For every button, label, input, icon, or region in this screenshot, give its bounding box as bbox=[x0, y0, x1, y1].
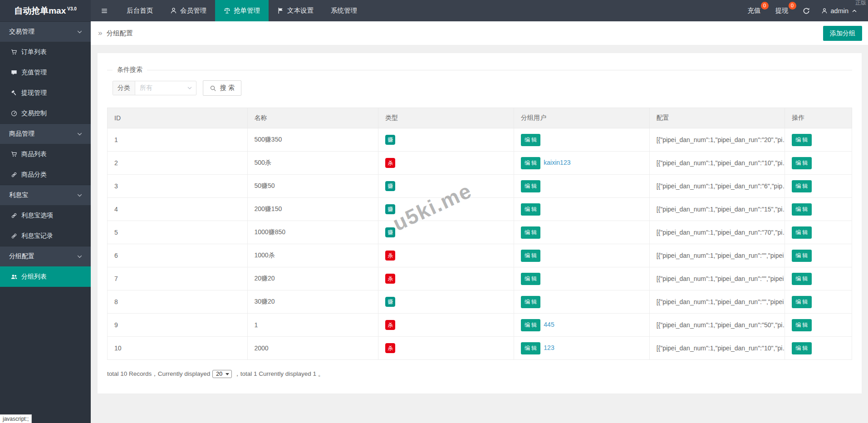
hamburger-icon[interactable] bbox=[91, 0, 118, 21]
cell-type: 赚 bbox=[378, 221, 514, 244]
group-edit-button[interactable]: 编 辑 bbox=[521, 180, 540, 192]
cell-type: 赚 bbox=[378, 128, 514, 152]
row-edit-button[interactable]: 编 辑 bbox=[792, 250, 811, 262]
group-edit-button[interactable]: 编 辑 bbox=[521, 273, 540, 285]
nav-recharge[interactable]: 充值 0 bbox=[740, 0, 768, 21]
group-edit-button[interactable]: 编 辑 bbox=[521, 342, 540, 354]
group-edit-button[interactable]: 编 辑 bbox=[521, 319, 540, 331]
sidebar-group-products[interactable]: 商品管理 bbox=[0, 123, 91, 144]
category-select[interactable]: 所有 bbox=[135, 81, 196, 95]
cell-type: 杀 bbox=[378, 314, 514, 337]
group-user-link[interactable]: 445 bbox=[544, 321, 554, 328]
row-edit-button[interactable]: 编 辑 bbox=[792, 157, 811, 169]
groups-table: ID 名称 类型 分组用户 配置 操作 1 500赚350 赚 编 辑 [{"p bbox=[107, 108, 852, 360]
panel: 条件搜索 分类 所有 搜 索 bbox=[98, 53, 862, 393]
sidebar-item-interest-records[interactable]: 利息宝记录 bbox=[0, 226, 91, 246]
nav-item-members[interactable]: 会员管理 bbox=[162, 0, 215, 21]
page-size-select[interactable]: 20 bbox=[212, 370, 232, 378]
chevron-down-icon bbox=[77, 131, 83, 137]
cell-type: 赚 bbox=[378, 198, 514, 221]
comment-icon bbox=[11, 69, 17, 76]
group-edit-button[interactable]: 编 辑 bbox=[521, 203, 540, 216]
sidebar-item-group-list[interactable]: 分组列表 bbox=[0, 266, 91, 287]
type-badge: 杀 bbox=[385, 343, 395, 353]
breadcrumb-bar: » 分组配置 添加分组 bbox=[91, 21, 868, 45]
type-badge: 杀 bbox=[385, 251, 395, 261]
cell-name: 20赚20 bbox=[247, 267, 378, 290]
cell-config: [{"pipei_dan_num":1,"pipei_dan_run":"50"… bbox=[649, 314, 785, 337]
row-edit-button[interactable]: 编 辑 bbox=[792, 203, 811, 216]
group-user-link[interactable]: 123 bbox=[544, 344, 554, 351]
cell-group-user: 编 辑 bbox=[514, 244, 649, 267]
cell-type: 赚 bbox=[378, 290, 514, 314]
chevron-down-icon bbox=[77, 192, 83, 198]
cell-config: [{"pipei_dan_num":1,"pipei_dan_run":"","… bbox=[649, 267, 785, 290]
group-edit-button[interactable]: 编 辑 bbox=[521, 157, 540, 169]
app-version: V3.0 bbox=[67, 6, 77, 11]
row-edit-button[interactable]: 编 辑 bbox=[792, 134, 811, 146]
header-group-user: 分组用户 bbox=[514, 108, 649, 128]
cell-config: [{"pipei_dan_num":1,"pipei_dan_run":"6",… bbox=[649, 175, 785, 198]
search-row: 分类 所有 搜 索 bbox=[113, 80, 852, 96]
chevron-up-icon bbox=[852, 8, 857, 14]
nav-item-home[interactable]: 后台首页 bbox=[118, 0, 162, 21]
header-action: 操作 bbox=[785, 108, 852, 128]
nav-item-system[interactable]: 系统管理 bbox=[322, 0, 366, 21]
nav-withdraw[interactable]: 提现 0 bbox=[768, 0, 796, 21]
sidebar-item-product-list[interactable]: 商品列表 bbox=[0, 144, 91, 164]
table-row: 7 20赚20 杀 编 辑 [{"pipei_dan_num":1,"pipei… bbox=[108, 267, 852, 290]
footer-text-before: total 10 Records，Currently displayed bbox=[107, 370, 210, 378]
footer-text-after: ，total 1 Currently displayed 1 。 bbox=[234, 370, 324, 378]
table-row: 6 1000杀 杀 编 辑 [{"pipei_dan_num":1,"pipei… bbox=[108, 244, 852, 267]
add-group-button[interactable]: 添加分组 bbox=[823, 26, 862, 41]
group-edit-button[interactable]: 编 辑 bbox=[521, 296, 540, 308]
link-icon bbox=[11, 172, 17, 178]
flag-icon bbox=[277, 7, 284, 14]
header-config: 配置 bbox=[649, 108, 785, 128]
table-row: 5 1000赚850 赚 编 辑 [{"pipei_dan_num":1,"pi… bbox=[108, 221, 852, 244]
sidebar-item-withdraw[interactable]: 提现管理 bbox=[0, 83, 91, 103]
cell-config: [{"pipei_dan_num":1,"pipei_dan_run":"","… bbox=[649, 290, 785, 314]
table-row: 3 50赚50 赚 编 辑 [{"pipei_dan_num":1,"pipei… bbox=[108, 175, 852, 198]
sidebar-item-order-list[interactable]: 订单列表 bbox=[0, 42, 91, 62]
row-edit-button[interactable]: 编 辑 bbox=[792, 319, 811, 331]
group-edit-button[interactable]: 编 辑 bbox=[521, 134, 540, 146]
sidebar-item-interest-options[interactable]: 利息宝选项 bbox=[0, 205, 91, 226]
app-logo: 自动抢单maxV3.0 bbox=[0, 0, 91, 21]
row-edit-button[interactable]: 编 辑 bbox=[792, 296, 811, 308]
header-name: 名称 bbox=[247, 108, 378, 128]
group-edit-button[interactable]: 编 辑 bbox=[521, 250, 540, 262]
row-edit-button[interactable]: 编 辑 bbox=[792, 180, 811, 192]
nav-item-order-management[interactable]: 抢单管理 bbox=[215, 0, 269, 21]
cell-name: 1000赚850 bbox=[247, 221, 378, 244]
gauge-icon bbox=[11, 110, 17, 117]
refresh-button[interactable] bbox=[796, 0, 817, 21]
sidebar-item-trade-control[interactable]: 交易控制 bbox=[0, 103, 91, 123]
cell-name: 200赚150 bbox=[247, 198, 378, 221]
search-button[interactable]: 搜 索 bbox=[203, 80, 241, 96]
sidebar-group-groups[interactable]: 分组配置 bbox=[0, 246, 91, 266]
sidebar-item-recharge[interactable]: 充值管理 bbox=[0, 62, 91, 83]
cell-group-user: 编 辑 bbox=[514, 198, 649, 221]
cell-action: 编 辑 bbox=[785, 314, 852, 337]
search-legend: 条件搜索 bbox=[113, 66, 147, 74]
row-edit-button[interactable]: 编 辑 bbox=[792, 342, 811, 354]
sidebar-group-interest[interactable]: 利息宝 bbox=[0, 185, 91, 205]
table-row: 10 2000 杀 编 辑123 [{"pipei_dan_num":1,"pi… bbox=[108, 337, 852, 360]
cell-name: 50赚50 bbox=[247, 175, 378, 198]
page-title: 分组配置 bbox=[106, 29, 132, 38]
cell-type: 杀 bbox=[378, 244, 514, 267]
status-tooltip: javascript:; bbox=[0, 414, 32, 423]
nav-item-text-settings[interactable]: 文本设置 bbox=[269, 0, 322, 21]
sidebar-group-trade[interactable]: 交易管理 bbox=[0, 21, 91, 42]
user-icon bbox=[170, 7, 177, 14]
row-edit-button[interactable]: 编 辑 bbox=[792, 273, 811, 285]
group-edit-button[interactable]: 编 辑 bbox=[521, 226, 540, 239]
username: admin bbox=[831, 7, 849, 15]
user-icon bbox=[821, 8, 828, 14]
group-user-link[interactable]: kaixin123 bbox=[544, 159, 570, 166]
cell-group-user: 编 辑 bbox=[514, 128, 649, 152]
users-icon bbox=[11, 274, 17, 280]
sidebar-item-product-category[interactable]: 商品分类 bbox=[0, 164, 91, 185]
row-edit-button[interactable]: 编 辑 bbox=[792, 226, 811, 239]
